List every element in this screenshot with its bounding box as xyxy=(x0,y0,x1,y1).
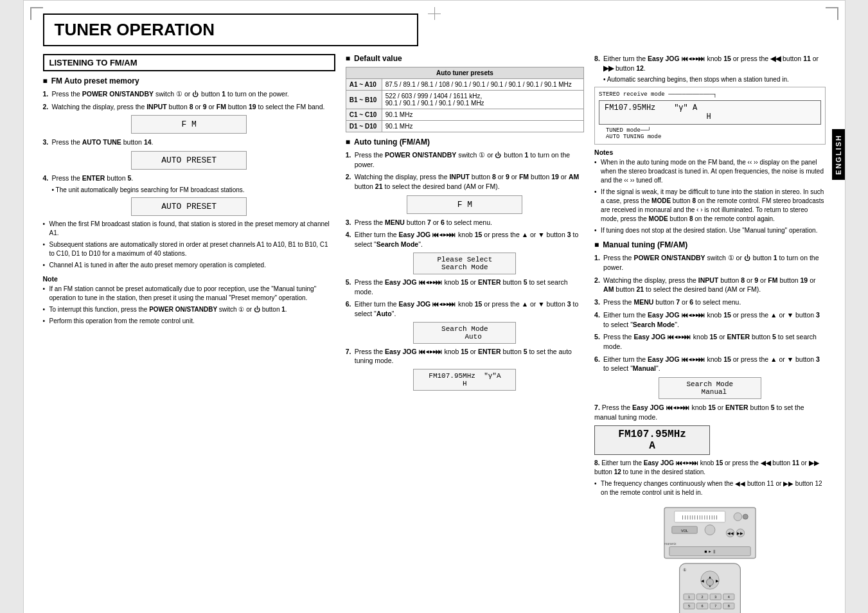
svg-point-22 xyxy=(706,579,713,586)
preset-note-1: When the first FM broadcast station is f… xyxy=(43,220,335,238)
auto-step-1: 1. Press the POWER ON/STANDBY switch ① o… xyxy=(346,150,584,169)
tuned-mode-labels: TUNED mode──┘ AUTO TUNING mode xyxy=(599,127,820,140)
preset-value: 90.1 MHz xyxy=(382,121,583,132)
preset-value: 522 / 603 / 999 / 1404 / 1611 kHz,90.1 /… xyxy=(382,91,583,109)
svg-text:▲: ▲ xyxy=(708,575,711,579)
tuned-diagram: STEREO receive mode ─────────────┐ FM107… xyxy=(594,87,825,145)
display-auto-preset-1: AUTO PRESET xyxy=(131,151,247,170)
manual-step-2: 2. Watching the display, press the INPUT… xyxy=(594,276,825,294)
note-item-3: Perform this operation from the remote c… xyxy=(43,317,335,326)
preset-note-2: Subsequent stations are automatically st… xyxy=(43,240,335,258)
table-row: A1 ~ A10 87.5 / 89.1 / 98.1 / 108 / 90.1… xyxy=(346,79,583,91)
display-fm-mid: F M xyxy=(407,195,522,214)
step-3: 3. Press the AUTO TUNE button 14. xyxy=(43,138,335,147)
note-item-1: If an FM station cannot be preset automa… xyxy=(43,285,335,303)
preset-table: Auto tuner presets A1 ~ A10 87.5 / 89.1 … xyxy=(346,67,584,132)
remote-svg: ||||||||||||||| VOL ◀◀ ▶▶ marantz ■ ▶ ‖ xyxy=(659,505,761,613)
auto-step-7: 7. Press the Easy JOG ⏮◀▶▶⏭ knob 15 or E… xyxy=(346,347,584,366)
display-search-manual: Search Mode Manual xyxy=(659,377,761,399)
svg-text:5: 5 xyxy=(688,605,690,609)
crosshair-top xyxy=(428,7,441,20)
manual-step-3: 3. Press the MENU button 7 or 6 to selec… xyxy=(594,298,825,307)
right-step8-sub: The frequency changes continuously when … xyxy=(594,479,825,497)
content-area: LISTENING TO FM/AM FM Auto preset memory… xyxy=(43,54,826,613)
manual-step-1: 1. Press the POWER ON/STANDBY switch ① o… xyxy=(594,253,825,272)
notes-item-1: When in the auto tuning mode on the FM b… xyxy=(594,158,825,185)
right-column: 8. Either turn the Easy JOG ⏮◀▶▶⏭ knob 1… xyxy=(594,54,825,613)
preset-value: 87.5 / 89.1 / 98.1 / 108 / 90.1 / 90.1 /… xyxy=(382,79,583,91)
page: ENGLISH TUNER OPERATION LISTENING TO FM/… xyxy=(23,0,846,613)
svg-text:①: ① xyxy=(683,568,686,572)
note-item-2: To interrupt this function, press the PO… xyxy=(43,305,335,314)
table-header: Auto tuner presets xyxy=(346,67,583,79)
svg-text:1: 1 xyxy=(688,596,690,600)
preset-notes: When the first FM broadcast station is f… xyxy=(43,220,335,270)
svg-text:6: 6 xyxy=(701,605,703,609)
svg-text:8: 8 xyxy=(727,605,729,609)
svg-text:3: 3 xyxy=(714,596,716,600)
svg-text:4: 4 xyxy=(727,596,729,600)
display-auto-preset-2: AUTO PRESET xyxy=(131,197,247,216)
svg-text:7: 7 xyxy=(714,605,716,609)
auto-step-6: 6. Either turn the Easy JOG ⏮◀▶▶⏭ knob 1… xyxy=(346,299,584,318)
device-fm-display: FM107.95MHzA xyxy=(594,425,710,455)
svg-text:▶▶: ▶▶ xyxy=(737,531,743,535)
default-value-header: Default value xyxy=(346,54,584,63)
preset-note-3: Channel A1 is tuned in after the auto pr… xyxy=(43,261,335,270)
notes-item-2: If the signal is weak, it may be difficu… xyxy=(594,188,825,224)
table-row: D1 ~ D10 90.1 MHz xyxy=(346,121,583,132)
manual-step-6: 6. Either turn the Easy JOG ⏮◀▶▶⏭ knob 1… xyxy=(594,355,825,373)
auto-step-2: 2. Watching the display, press the INPUT… xyxy=(346,172,584,191)
section-listening: LISTENING TO FM/AM xyxy=(43,54,335,71)
svg-text:■ ▶ ‖: ■ ▶ ‖ xyxy=(704,550,715,555)
svg-text:marantz: marantz xyxy=(664,542,677,546)
auto-step-5: 5. Press the Easy JOG ⏮◀▶▶⏭ knob 15 or E… xyxy=(346,278,584,296)
manual-step-5: 5. Press the Easy JOG ⏮◀▶▶⏭ knob 15 or E… xyxy=(594,332,825,351)
step-4: 4. Press the ENTER button 5. xyxy=(43,173,335,183)
svg-point-7 xyxy=(705,525,715,535)
display-please-select: Please SelectSearch Mode xyxy=(413,253,516,274)
table-row: B1 ~ B10 522 / 603 / 999 / 1404 / 1611 k… xyxy=(346,91,583,109)
note-title: Note xyxy=(43,275,335,283)
left-column: LISTENING TO FM/AM FM Auto preset memory… xyxy=(43,54,335,613)
stereo-label: STEREO receive mode ─────────────┐ xyxy=(599,91,820,98)
preset-label: B1 ~ B10 xyxy=(346,91,382,109)
svg-text:|||||||||||||||: ||||||||||||||| xyxy=(682,515,718,520)
table-row: C1 ~ C10 90.1 MHz xyxy=(346,109,583,121)
step8-note: • Automatic searching begins, then stops… xyxy=(594,76,825,83)
svg-text:◀: ◀ xyxy=(700,579,704,583)
svg-point-4 xyxy=(743,515,748,520)
step-2: 2. Watching the display, press the INPUT… xyxy=(43,102,335,112)
display-search-auto: Search Mode Auto xyxy=(413,322,516,344)
preset-label: A1 ~ A10 xyxy=(346,79,382,91)
notes-section: Notes When in the auto tuning mode on th… xyxy=(594,148,825,235)
right-step-8: 8. Either turn the Easy JOG ⏮◀▶▶⏭ knob 1… xyxy=(594,54,825,73)
svg-text:▶: ▶ xyxy=(716,579,719,583)
page-title: TUNER OPERATION xyxy=(43,13,419,46)
svg-point-3 xyxy=(734,513,742,521)
display-fm: F M xyxy=(131,115,247,134)
display-fm-freq: FM107.95MHz "γ"AH xyxy=(413,369,516,391)
middle-column: Default value Auto tuner presets A1 ~ A1… xyxy=(346,54,584,613)
auto-tuning-header: Auto tuning (FM/AM) xyxy=(346,138,584,147)
auto-step-4: 4. Either turn the Easy JOG ⏮◀▶▶⏭ knob 1… xyxy=(346,230,584,249)
right-step7-note: 7. Press the Easy JOG ⏮◀▶▶⏭ knob 15 or E… xyxy=(594,403,825,422)
step4-note: • The unit automatically begins searchin… xyxy=(43,186,335,193)
preset-value: 90.1 MHz xyxy=(382,109,583,121)
manual-step-4: 4. Either turn the Easy JOG ⏮◀▶▶⏭ knob 1… xyxy=(594,310,825,329)
display-stereo: FM107.95MHz "γ" A H xyxy=(599,100,820,125)
svg-text:◀◀: ◀◀ xyxy=(727,531,733,535)
notes-title: Notes xyxy=(594,148,825,156)
manual-tuning-header: Manual tuning (FM/AM) xyxy=(594,240,825,249)
svg-text:VOL: VOL xyxy=(681,529,688,533)
step-1: 1. Press the POWER ON/STANDBY switch ① o… xyxy=(43,89,335,99)
remote-illustration: ||||||||||||||| VOL ◀◀ ▶▶ marantz ■ ▶ ‖ xyxy=(594,500,825,613)
auto-step-3: 3. Press the MENU button 7 or 6 to selec… xyxy=(346,218,584,227)
corner-tl xyxy=(30,7,43,20)
preset-label: D1 ~ D10 xyxy=(346,121,382,132)
note-section: Note If an FM station cannot be preset a… xyxy=(43,275,335,326)
preset-label: C1 ~ C10 xyxy=(346,109,382,121)
right-step8-text: 8. Either turn the Easy JOG ⏮◀▶▶⏭ knob 1… xyxy=(594,459,825,477)
language-tab: ENGLISH xyxy=(832,129,845,180)
notes-item-3: If tuning does not stop at the desired s… xyxy=(594,226,825,235)
